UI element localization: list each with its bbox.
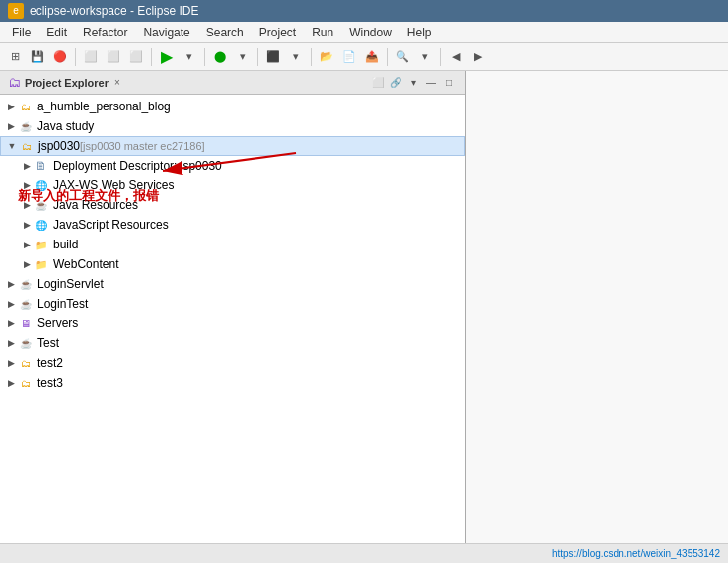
label-deployment: Deployment Descriptor: jsp0030 [53,159,222,173]
menu-search[interactable]: Search [198,24,252,41]
icon-jaxws: 🌐 [34,177,49,193]
panel-header: 🗂 Project Explorer × ⬜ 🔗 ▾ — □ [0,71,465,95]
menu-window[interactable]: Window [341,24,400,41]
label-webcontent: WebContent [53,257,119,271]
icon-servers: 🖥 [18,316,34,331]
label-test2: test2 [37,356,63,370]
tree-item-test[interactable]: ▶ ☕ Test [0,333,465,353]
arrow-java-resources: ▶ [20,198,34,212]
icon-test3: 🗂 [18,375,34,390]
arrow-js-resources: ▶ [20,218,34,232]
toolbar-open-btn[interactable]: 📂 [316,46,337,68]
toolbar-sep-3 [204,48,205,66]
menu-help[interactable]: Help [400,24,440,41]
label-logintest: LoginTest [37,297,88,311]
eclipse-icon: e [8,3,24,19]
icon-logintest: ☕ [18,296,34,312]
editor-area [466,71,728,543]
tree-item-js-resources[interactable]: ▶ 🌐 JavaScript Resources [0,215,465,235]
toolbar-disconnect-drop[interactable]: ▾ [232,46,254,68]
arrow-java-study: ▶ [4,119,18,133]
panel-menu-btn[interactable]: ▾ [405,75,421,91]
toolbar-export-btn[interactable]: 📤 [361,46,383,68]
panel-minimize-btn[interactable]: — [423,75,439,91]
toolbar-run-drop[interactable]: ▾ [179,46,200,68]
toolbar-save-btn[interactable]: 💾 [27,46,48,68]
panel-maximize-btn[interactable]: □ [441,75,457,91]
menu-bar: File Edit Refactor Navigate Search Proje… [0,22,728,43]
panel-close-icon[interactable]: × [114,77,120,88]
status-bar: https://blog.csdn.net/weixin_43553142 [0,543,728,563]
tree-item-deployment[interactable]: ▶ 🗎 Deployment Descriptor: jsp0030 [0,156,465,176]
arrow-test2: ▶ [4,356,18,370]
label-jsp0030-badge: [jsp0030 master ec27186] [80,140,205,152]
menu-edit[interactable]: Edit [38,24,75,41]
tree-item-jaxws[interactable]: ▶ 🌐 JAX-WS Web Services [0,176,465,195]
tree-item-blog[interactable]: ▶ 🗂 a_humble_personal_blog [0,97,465,116]
toolbar-step-btn[interactable]: ⬜ [125,46,147,68]
label-test: Test [37,336,59,350]
window-title: eclipse-workspace - Eclipse IDE [30,4,198,18]
arrow-blog: ▶ [4,100,18,113]
menu-refactor[interactable]: Refactor [75,24,135,41]
toolbar-search-drop[interactable]: ▾ [414,46,436,68]
label-build: build [53,238,78,251]
tree-item-test2[interactable]: ▶ 🗂 test2 [0,353,465,373]
label-blog: a_humble_personal_blog [37,100,171,113]
icon-test: ☕ [18,335,34,351]
toolbar-refresh-btn[interactable]: ⬜ [103,46,124,68]
icon-test2: 🗂 [18,355,34,371]
panel-collapse-btn[interactable]: ⬜ [370,75,386,91]
arrow-deployment: ▶ [20,159,34,173]
tree-item-java-resources[interactable]: ▶ ☕ Java Resources [0,195,465,215]
icon-java-resources: ☕ [34,197,49,213]
tree-item-build[interactable]: ▶ 📁 build [0,235,465,254]
tree-item-jsp0030[interactable]: ▼ 🗂 jsp0030 [jsp0030 master ec27186] [0,136,465,156]
toolbar-sep-1 [75,48,76,66]
menu-navigate[interactable]: Navigate [135,24,197,41]
toolbar-forward-btn[interactable]: ▶ [468,46,489,68]
toolbar-back-btn[interactable]: ◀ [445,46,467,68]
icon-webcontent: 📁 [34,256,49,272]
label-jaxws: JAX-WS Web Services [53,178,174,192]
toolbar-connect-btn[interactable]: ⬤ [209,46,231,68]
icon-java-study: ☕ [18,118,34,134]
toolbar-close-btn[interactable]: 📄 [338,46,360,68]
menu-file[interactable]: File [4,24,38,41]
icon-jsp0030: 🗂 [19,138,35,154]
tree-item-java-study[interactable]: ▶ ☕ Java study [0,116,465,136]
menu-run[interactable]: Run [304,24,341,41]
tree-item-loginservlet[interactable]: ▶ ☕ LoginServlet [0,274,465,294]
panel-title: Project Explorer [25,77,109,89]
tree-item-test3[interactable]: ▶ 🗂 test3 [0,373,465,392]
toolbar: ⊞ 💾 🔴 ⬜ ⬜ ⬜ ▶ ▾ ⬤ ▾ ⬛ ▾ 📂 📄 📤 🔍 ▾ ◀ ▶ [0,43,728,71]
project-explorer-panel: 🗂 Project Explorer × ⬜ 🔗 ▾ — □ ▶ 🗂 a_hum… [0,71,466,543]
tree-item-webcontent[interactable]: ▶ 📁 WebContent [0,254,465,274]
arrow-test: ▶ [4,336,18,350]
toolbar-stop-btn[interactable]: ⬛ [262,46,284,68]
label-loginservlet: LoginServlet [37,277,104,291]
arrow-loginservlet: ▶ [4,277,18,291]
toolbar-search-btn[interactable]: 🔍 [392,46,413,68]
toolbar-new-btn[interactable]: ⊞ [4,46,26,68]
menu-project[interactable]: Project [252,24,304,41]
arrow-build: ▶ [20,238,34,251]
icon-deployment: 🗎 [34,158,49,174]
toolbar-stop-drop[interactable]: ▾ [285,46,307,68]
tree-item-logintest[interactable]: ▶ ☕ LoginTest [0,294,465,314]
label-java-resources: Java Resources [53,198,138,212]
project-tree: ▶ 🗂 a_humble_personal_blog ▶ ☕ Java stud… [0,95,465,543]
arrow-servers: ▶ [4,317,18,330]
label-servers: Servers [37,317,78,330]
arrow-jsp0030: ▼ [5,139,19,153]
icon-js-resources: 🌐 [34,217,49,233]
tree-item-servers[interactable]: ▶ 🖥 Servers [0,314,465,333]
toolbar-debug-btn[interactable]: ⬜ [80,46,102,68]
panel-link-btn[interactable]: 🔗 [388,75,403,91]
arrow-jaxws: ▶ [20,178,34,192]
toolbar-sep-5 [311,48,312,66]
toolbar-run-btn[interactable]: ▶ [156,46,178,68]
toolbar-print-btn[interactable]: 🔴 [49,46,71,68]
arrow-test3: ▶ [4,376,18,389]
icon-build: 📁 [34,237,49,252]
